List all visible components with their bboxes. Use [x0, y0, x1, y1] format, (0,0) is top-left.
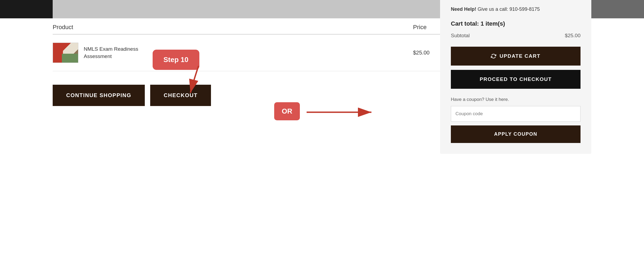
- step10-bubble: Step 10: [153, 50, 199, 70]
- continue-shopping-button[interactable]: CONTINUE SHOPPING: [53, 85, 145, 106]
- arrow-or: [307, 107, 377, 118]
- col-product: Product: [53, 24, 413, 31]
- product-name: NMLS Exam Readiness Assessment: [84, 46, 138, 60]
- subtotal-row: Subtotal $25.00: [451, 33, 581, 39]
- or-bubble: OR: [274, 102, 300, 120]
- product-cell: NMLS Exam Readiness Assessment: [53, 43, 413, 63]
- checkout-button[interactable]: CHECKOUT: [150, 85, 211, 106]
- apply-coupon-button[interactable]: APPLY COUPON: [451, 125, 581, 143]
- top-bar-left: [0, 0, 53, 18]
- subtotal-label: Subtotal: [451, 33, 470, 39]
- proceed-checkout-button[interactable]: PROCEED TO CHECKOUT: [451, 70, 581, 89]
- top-bar-right: [591, 0, 644, 18]
- cart-outer: Step 10 CONTINUE SHOPPING CHECKOUT OR: [0, 71, 644, 122]
- product-thumbnail: [53, 43, 78, 63]
- update-cart-button[interactable]: UPDATE CART: [451, 47, 581, 66]
- refresh-icon: [491, 53, 496, 59]
- subtotal-value: $25.00: [565, 33, 581, 39]
- cart-actions-area: Step 10 CONTINUE SHOPPING CHECKOUT OR: [53, 71, 591, 122]
- need-help-text: Need Help! Give us a call: 910-599-8175: [451, 6, 581, 12]
- coupon-input[interactable]: [451, 106, 581, 122]
- right-panel: Need Help! Give us a call: 910-599-8175 …: [440, 0, 591, 154]
- cart-total-label: Cart total: 1 item(s): [451, 20, 581, 27]
- coupon-label: Have a coupon? Use it here.: [451, 97, 581, 102]
